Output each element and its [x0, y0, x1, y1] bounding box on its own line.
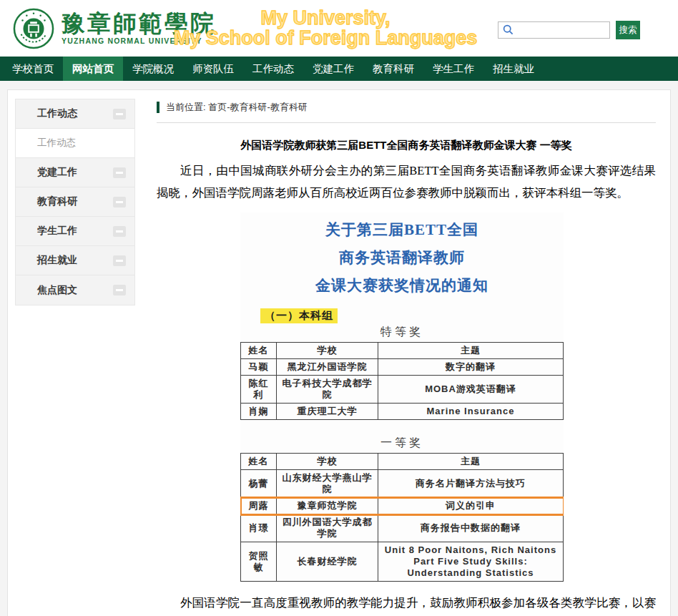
collapse-minus-icon[interactable]	[113, 285, 126, 295]
section-label-undergraduate-group: （一）本科组	[260, 308, 338, 323]
breadcrumb: 当前位置: 首页-教育科研-教育科研	[157, 101, 656, 114]
nav-item-student-work[interactable]: 学生工作	[423, 57, 483, 81]
primary-nav: 学校首页 网站首页 学院概况 师资队伍 工作动态 党建工作 教育科研 学生工作 …	[0, 57, 678, 81]
sidebar-item-student-work[interactable]: 学生工作	[16, 217, 134, 246]
breadcrumb-accent-bar	[157, 102, 159, 113]
content-box: 工作动态 工作动态 党建工作 教育科研 学生工作 招生就业	[7, 89, 671, 616]
table-row: 贺照敏 长春财经学院 Unit 8 Poor Naitons, Rich Nai…	[241, 542, 564, 582]
table-row: 杨蕾 山东财经大学燕山学院 商务名片翻译方法与技巧	[241, 470, 564, 498]
sidebar-item-admissions[interactable]: 招生就业	[16, 246, 134, 275]
collapse-minus-icon[interactable]	[113, 197, 126, 207]
sidebar-item-work-news[interactable]: 工作动态	[16, 99, 134, 129]
sidebar-item-featured-images[interactable]: 焦点图文	[16, 275, 134, 305]
cell-name: 肖璟	[241, 514, 277, 542]
col-header-school: 学校	[277, 454, 378, 470]
table-header-row: 姓名 学校 主题	[241, 454, 564, 470]
school-slogan: My University, My School of Foreign Lang…	[172, 8, 479, 48]
search-area: 搜索	[498, 21, 640, 39]
collapse-minus-icon[interactable]	[113, 167, 126, 178]
slogan-line-2: My School of Foreign Languages	[172, 28, 479, 48]
nav-item-party-work[interactable]: 党建工作	[303, 57, 363, 81]
nav-item-college-overview[interactable]: 学院概况	[123, 57, 183, 81]
cell-topic: 商务报告中数据的翻译	[378, 514, 564, 542]
table-row: 马颖 黑龙江外国语学院 数字的翻译	[241, 359, 564, 376]
sidebar-menu: 工作动态 工作动态 党建工作 教育科研 学生工作 招生就业	[15, 99, 135, 305]
breadcrumb-divider	[157, 122, 656, 123]
site-header: 豫章師範學院 YUZHANG NORMAL UNIVERSITY My Univ…	[0, 0, 678, 57]
nav-item-site-home[interactable]: 网站首页	[63, 57, 123, 81]
cell-topic: 数字的翻译	[378, 359, 564, 376]
article-title: 外国语学院教师获第三届BETT全国商务英语翻译教师金课大赛 一等奖	[157, 139, 656, 152]
article-paragraph-1: 近日，由中国城商联外研分会主办的第三届BETT全国商务英语翻译教师金课大赛评选结…	[157, 160, 656, 204]
search-button[interactable]: 搜索	[616, 21, 640, 39]
award-heading-special-prize: 特等奖	[240, 325, 564, 340]
first-prize-table: 姓名 学校 主题 杨蕾 山东财经大学燕山学院 商务名片翻译方法与技巧 周蕗 豫章…	[240, 453, 564, 582]
col-header-name: 姓名	[241, 454, 277, 470]
page-background: 工作动态 工作动态 党建工作 教育科研 学生工作 招生就业	[0, 81, 678, 616]
cell-topic: 商务名片翻译方法与技巧	[378, 470, 564, 498]
sidebar-item-research[interactable]: 教育科研	[16, 187, 134, 217]
breadcrumb-path[interactable]: 当前位置: 首页-教育科研-教育科研	[166, 101, 308, 114]
nav-item-admissions[interactable]: 招生就业	[483, 57, 544, 81]
sidebar-item-label: 工作动态	[37, 137, 76, 150]
notice-title-line-2: 商务英语翻译教师	[240, 244, 564, 272]
table-header-row: 姓名 学校 主题	[241, 343, 564, 359]
article-area: 当前位置: 首页-教育科研-教育科研 外国语学院教师获第三届BETT全国商务英语…	[157, 101, 656, 616]
cell-name: 肖娴	[241, 404, 277, 420]
notice-title-line-3: 金课大赛获奖情况的通知	[240, 272, 564, 300]
cell-school: 重庆理工大学	[277, 404, 378, 420]
cell-topic: Unit 8 Poor Naitons, Rich Naitons Part F…	[378, 542, 564, 582]
article-paragraph-2: 外国语学院一直高度重视教师的教学能力提升，鼓励教师积极参加各级各类教学比赛，以赛…	[157, 592, 656, 616]
cell-topic: MOBA游戏英语翻译	[378, 376, 564, 404]
col-header-name: 姓名	[241, 343, 277, 359]
sidebar-item-label: 工作动态	[37, 107, 77, 120]
cell-school: 长春财经学院	[277, 542, 378, 582]
sidebar-item-label: 党建工作	[37, 166, 77, 179]
col-header-school: 学校	[277, 343, 378, 359]
cell-name: 贺照敏	[241, 542, 277, 582]
cell-name: 周蕗	[241, 498, 277, 514]
cell-school: 山东财经大学燕山学院	[277, 470, 378, 498]
award-heading-first-prize: 一等奖	[240, 436, 564, 451]
sidebar-item-label: 招生就业	[37, 254, 77, 267]
nav-item-school-home[interactable]: 学校首页	[3, 57, 63, 81]
notice-title-line-1: 关于第三届BETT全国	[240, 216, 564, 244]
collapse-minus-icon[interactable]	[113, 255, 126, 266]
notice-image: 关于第三届BETT全国 商务英语翻译教师 金课大赛获奖情况的通知 （一）本科组 …	[240, 212, 564, 582]
special-prize-table: 姓名 学校 主题 马颖 黑龙江外国语学院 数字的翻译 陈红利 电子科技大学成都学…	[240, 342, 564, 420]
col-header-topic: 主题	[378, 343, 564, 359]
sidebar-item-party-work[interactable]: 党建工作	[16, 158, 134, 187]
search-input[interactable]	[498, 21, 610, 39]
cell-school: 黑龙江外国语学院	[277, 359, 378, 376]
nav-item-work-news[interactable]: 工作动态	[243, 57, 303, 81]
sidebar-item-label: 焦点图文	[37, 284, 77, 297]
table-row: 陈红利 电子科技大学成都学院 MOBA游戏英语翻译	[241, 376, 564, 404]
cell-name: 杨蕾	[241, 470, 277, 498]
sidebar-item-label: 教育科研	[37, 195, 77, 208]
search-icon	[503, 24, 514, 35]
table-row: 肖娴 重庆理工大学 Marine Insurance	[241, 404, 564, 420]
sidebar-subitem-work-news-current[interactable]: 工作动态	[16, 129, 134, 158]
cell-name: 马颖	[241, 359, 277, 376]
cell-topic: Marine Insurance	[378, 404, 564, 420]
slogan-line-1: My University,	[172, 8, 479, 28]
nav-item-research[interactable]: 教育科研	[363, 57, 423, 81]
collapse-minus-icon[interactable]	[113, 226, 126, 237]
cell-name: 陈红利	[241, 376, 277, 404]
collapse-minus-icon[interactable]	[113, 109, 126, 119]
cell-topic: 词义的引申	[378, 498, 564, 514]
table-row: 肖璟 四川外国语大学成都学院 商务报告中数据的翻译	[241, 514, 564, 542]
university-seal-icon	[13, 8, 54, 49]
nav-item-faculty[interactable]: 师资队伍	[183, 57, 243, 81]
cell-school: 电子科技大学成都学院	[277, 376, 378, 404]
cell-school: 四川外国语大学成都学院	[277, 514, 378, 542]
table-row-highlighted-winner: 周蕗 豫章师范学院 词义的引申	[241, 498, 564, 514]
cell-school: 豫章师范学院	[277, 498, 378, 514]
col-header-topic: 主题	[378, 454, 564, 470]
sidebar-item-label: 学生工作	[37, 225, 77, 238]
